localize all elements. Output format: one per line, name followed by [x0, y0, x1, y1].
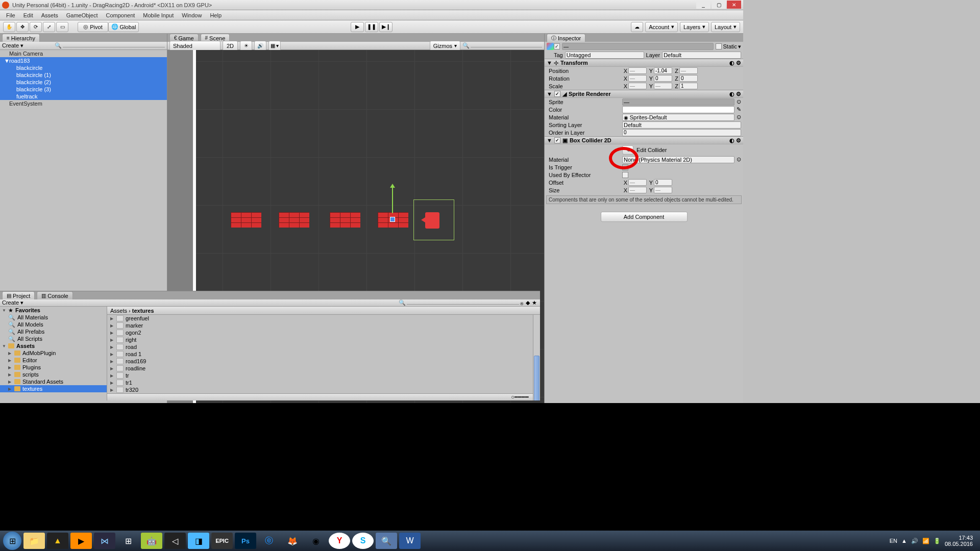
- texture-item[interactable]: ▶ road169: [107, 358, 540, 365]
- texture-item[interactable]: ▶ road 1: [107, 350, 540, 358]
- hierarchy-create[interactable]: Create ▾: [2, 42, 23, 49]
- size-y[interactable]: [654, 187, 672, 193]
- favorite-item[interactable]: 🔍 All Prefabs: [0, 328, 107, 335]
- move-gizmo-center[interactable]: [390, 217, 395, 222]
- move-tool[interactable]: ✥: [16, 22, 29, 32]
- inspector-tab[interactable]: ⓘ Inspector: [547, 34, 585, 42]
- tag-dropdown[interactable]: Untagged: [565, 52, 644, 59]
- fuel-sprite[interactable]: [425, 212, 439, 229]
- static-checkbox[interactable]: [716, 43, 722, 49]
- layers-dropdown[interactable]: Layers▾: [680, 22, 709, 32]
- taskbar-explorer[interactable]: 📁: [23, 533, 45, 549]
- texture-item[interactable]: ▶ tr: [107, 372, 540, 379]
- hierarchy-item[interactable]: blackcircle (2): [0, 79, 167, 86]
- minimize-button[interactable]: _: [696, 1, 710, 9]
- taskbar-app[interactable]: 🔍: [376, 533, 397, 549]
- menu-component[interactable]: Component: [103, 11, 138, 19]
- rotation-x[interactable]: [628, 75, 647, 82]
- tray-up-icon[interactable]: ▲: [901, 538, 907, 544]
- network-icon[interactable]: 📶: [922, 538, 929, 544]
- scale-y[interactable]: [654, 83, 672, 89]
- project-filter-icon[interactable]: ◆: [525, 299, 531, 306]
- lighting-toggle[interactable]: ☀: [240, 41, 252, 51]
- brick-sprite[interactable]: [330, 212, 360, 228]
- texture-item[interactable]: ▶ tr1: [107, 379, 540, 386]
- texture-item[interactable]: ▶ road: [107, 343, 540, 350]
- add-component-button[interactable]: Add Component: [601, 212, 688, 222]
- menu-help[interactable]: Help: [207, 11, 225, 19]
- battery-icon[interactable]: 🔋: [934, 538, 941, 544]
- taskbar-firefox[interactable]: 🦊: [282, 533, 303, 549]
- taskbar-app[interactable]: ⋈: [94, 533, 115, 549]
- move-gizmo-y[interactable]: [392, 188, 393, 213]
- rotation-z[interactable]: [679, 75, 698, 82]
- project-tab[interactable]: ▤ Project: [2, 291, 35, 299]
- hierarchy-tab[interactable]: ≡ Hierarchy: [2, 34, 40, 42]
- slider-icon[interactable]: ○━━━━: [511, 394, 529, 400]
- menu-file[interactable]: File: [3, 11, 18, 19]
- hand-tool[interactable]: ✋: [3, 22, 15, 32]
- is-trigger-checkbox[interactable]: ■: [622, 164, 628, 170]
- layer-dropdown[interactable]: Default: [662, 52, 741, 59]
- asset-folder[interactable]: ▶ scripts: [0, 371, 107, 378]
- taskbar-ie[interactable]: ⓔ: [258, 533, 280, 549]
- taskbar-app[interactable]: ▶: [70, 533, 92, 549]
- taskbar-epic[interactable]: EPIC: [211, 533, 233, 549]
- hierarchy-item[interactable]: ▼road183: [0, 57, 167, 64]
- position-y[interactable]: [654, 67, 672, 74]
- project-filter-icon[interactable]: ★: [531, 299, 538, 306]
- play-button[interactable]: ▶: [351, 22, 364, 32]
- taskbar-app[interactable]: ◨: [188, 533, 209, 549]
- step-button[interactable]: ▶❙: [379, 22, 393, 32]
- hierarchy-item[interactable]: fueltrack: [0, 93, 167, 100]
- enabled-checkbox[interactable]: ✓: [554, 43, 560, 49]
- pause-button[interactable]: ❚❚: [365, 22, 378, 32]
- asset-folder[interactable]: ▶ Editor: [0, 357, 107, 364]
- material-field[interactable]: ◉ Sprites-Default: [622, 114, 734, 121]
- clock-date[interactable]: 08.05.2016: [945, 541, 973, 547]
- maximize-button[interactable]: ▢: [712, 1, 726, 9]
- asset-folder[interactable]: ▶ AdMobPlugin: [0, 349, 107, 357]
- hierarchy-item[interactable]: blackcircle (1): [0, 71, 167, 79]
- menu-assets[interactable]: Assets: [38, 11, 61, 19]
- menu-window[interactable]: Window: [179, 11, 205, 19]
- taskbar-android[interactable]: 🤖: [141, 533, 162, 549]
- order-field[interactable]: [622, 129, 741, 136]
- hierarchy-item[interactable]: blackcircle (3): [0, 86, 167, 93]
- project-create[interactable]: Create ▾: [2, 299, 23, 306]
- menu-mobileinput[interactable]: Mobile Input: [140, 11, 177, 19]
- favorite-item[interactable]: 🔍 All Materials: [0, 314, 107, 321]
- edit-collider-button[interactable]: ✎: [622, 145, 633, 155]
- transform-header[interactable]: ▼ ⊹ Transform◐ ⚙: [545, 59, 743, 67]
- audio-toggle[interactable]: 🔊: [254, 41, 266, 51]
- favorite-item[interactable]: 🔍 All Scripts: [0, 335, 107, 342]
- start-button[interactable]: ⊞: [3, 532, 21, 550]
- taskbar-unity[interactable]: ◁: [164, 533, 186, 549]
- pivot-button[interactable]: ◎Pivot: [78, 22, 108, 32]
- hierarchy-item[interactable]: Main Camera: [0, 50, 167, 57]
- favorites-header[interactable]: ▼★ Favorites: [0, 307, 107, 314]
- texture-item[interactable]: ▶ roadline: [107, 365, 540, 372]
- clock-time[interactable]: 17:43: [945, 535, 973, 541]
- taskbar-skype[interactable]: S: [352, 533, 374, 549]
- position-x[interactable]: [628, 67, 647, 74]
- taskbar-photoshop[interactable]: Ps: [235, 533, 256, 549]
- sprite-renderer-header[interactable]: ▼ ✓ ◢ Sprite Renderer◐ ⚙: [545, 90, 743, 98]
- rotate-tool[interactable]: ⟳: [30, 22, 42, 32]
- taskbar-word[interactable]: W: [399, 533, 421, 549]
- menu-gameobject[interactable]: GameObject: [63, 11, 101, 19]
- gizmos-dropdown[interactable]: Gizmos ▾: [430, 41, 460, 51]
- taskbar-app[interactable]: ⊞: [117, 533, 139, 549]
- sprite-field[interactable]: —: [622, 98, 734, 106]
- breadcrumb-assets[interactable]: Assets: [110, 308, 127, 314]
- menu-edit[interactable]: Edit: [20, 11, 36, 19]
- size-x[interactable]: [628, 187, 647, 193]
- offset-y[interactable]: [654, 179, 672, 186]
- favorite-item[interactable]: 🔍 All Models: [0, 321, 107, 328]
- asset-folder[interactable]: ▶ Plugins: [0, 364, 107, 371]
- asset-folder[interactable]: ▶ textures: [0, 385, 107, 392]
- 2d-toggle[interactable]: 2D: [223, 41, 238, 51]
- rotation-y[interactable]: [654, 75, 672, 82]
- layout-dropdown[interactable]: Layout▾: [711, 22, 740, 32]
- global-button[interactable]: 🌐Global: [108, 22, 139, 32]
